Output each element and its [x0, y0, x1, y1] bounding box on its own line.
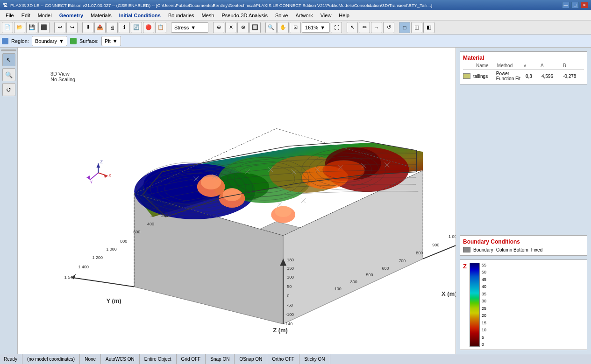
- stress-dropdown-icon: ▼: [191, 25, 196, 30]
- svg-text:Z: Z: [100, 160, 103, 164]
- bc-column: Column Bottom: [496, 247, 528, 252]
- tb-fullscreen[interactable]: ⛶: [331, 22, 342, 33]
- status-sticky-on: Sticky ON: [299, 354, 330, 364]
- tb-zoom-fit[interactable]: ⊡: [290, 22, 301, 33]
- svg-marker-96: [96, 163, 100, 168]
- header-v: v: [524, 63, 537, 68]
- tb-info[interactable]: ℹ: [119, 22, 130, 33]
- sidebar-select[interactable]: ↖: [2, 53, 15, 66]
- tb-rotate[interactable]: ↺: [383, 22, 394, 33]
- svg-point-30: [275, 206, 292, 217]
- tb-print[interactable]: 🖨: [107, 22, 118, 33]
- view-info: 3D View No Scaling: [50, 71, 75, 82]
- status-none: None: [80, 354, 101, 364]
- menu-pseudo3d[interactable]: Pseudo-3D Analysis: [218, 12, 271, 19]
- svg-text:800: 800: [416, 251, 423, 255]
- sidebar-rotate[interactable]: ↺: [2, 83, 15, 96]
- z-value-50: 50: [482, 270, 486, 274]
- menu-view[interactable]: View: [317, 12, 335, 19]
- tb-refresh[interactable]: 🔄: [131, 22, 142, 33]
- sidebar-zoom[interactable]: 🔍: [2, 68, 15, 81]
- maximize-button[interactable]: □: [571, 2, 579, 8]
- bc-fixed: Fixed: [531, 247, 542, 252]
- menubar: File Edit Model Geometry Materials Initi…: [0, 10, 591, 21]
- svg-text:700: 700: [399, 259, 406, 263]
- svg-text:-100: -100: [285, 312, 294, 317]
- z-legend: Z 55 50 45 40 35 30 25 20 15 10 5 0: [460, 259, 587, 350]
- tb-pan[interactable]: ✋: [278, 22, 289, 33]
- menu-boundaries[interactable]: Boundaries: [164, 12, 198, 19]
- z-value-25: 25: [482, 306, 486, 311]
- tb-view2[interactable]: ✕: [225, 22, 236, 33]
- menu-materials[interactable]: Materials: [87, 12, 115, 19]
- tb-arrow[interactable]: →: [371, 22, 382, 33]
- tb-view3[interactable]: ⊗: [237, 22, 249, 33]
- tb-view1[interactable]: ⊕: [213, 22, 224, 33]
- tb-open[interactable]: 📂: [14, 22, 25, 33]
- z-value-5: 5: [482, 335, 486, 340]
- tb-redo[interactable]: ↪: [66, 22, 78, 33]
- menu-help[interactable]: Help: [335, 12, 353, 19]
- svg-text:100: 100: [335, 287, 342, 291]
- tb-undo[interactable]: ↩: [54, 22, 65, 33]
- tb-import[interactable]: ⬇: [82, 22, 93, 33]
- menu-edit[interactable]: Edit: [18, 12, 34, 19]
- zoom-dropdown[interactable]: 161% ▼: [302, 22, 330, 33]
- surface-label: Surface:: [79, 38, 99, 44]
- tb-new[interactable]: 📄: [2, 22, 13, 33]
- menu-mesh[interactable]: Mesh: [198, 12, 218, 19]
- bc-color-indicator: [463, 247, 470, 252]
- material-color: [463, 73, 470, 79]
- svg-text:-50: -50: [287, 303, 293, 308]
- menu-geometry[interactable]: Geometry: [56, 12, 87, 19]
- tb-stop[interactable]: ⬛: [38, 22, 50, 33]
- minimize-button[interactable]: —: [562, 2, 570, 8]
- svg-text:X (m): X (m): [441, 290, 456, 297]
- region-dropdown[interactable]: Boundary ▼: [32, 36, 67, 46]
- titlebar: 🏗 PLAXIS 3D LE -- CONNECT Edition v21.07…: [0, 0, 591, 10]
- material-legend-title: Material: [463, 55, 584, 61]
- tb-zoom-region[interactable]: 🔍: [265, 22, 277, 33]
- tb-pencil[interactable]: ✏: [359, 22, 370, 33]
- tb-view-mode2[interactable]: ◫: [411, 22, 422, 33]
- z-value-10: 10: [482, 328, 486, 332]
- surface-dropdown[interactable]: Pit ▼: [101, 36, 121, 46]
- viewport[interactable]: 3D View No Scaling: [18, 48, 456, 354]
- svg-text:Y: Y: [90, 180, 93, 184]
- header-a: A: [541, 63, 559, 68]
- header-b: B: [563, 63, 584, 68]
- svg-text:500: 500: [366, 273, 373, 277]
- svg-line-91: [90, 173, 99, 180]
- svg-text:600: 600: [133, 230, 140, 234]
- z-value-20: 20: [482, 313, 486, 318]
- status-autowcs: AutoWCS ON: [101, 354, 140, 364]
- material-legend: Material Name Method v A B tailings Powe…: [460, 51, 587, 84]
- menu-solve[interactable]: Solve: [271, 12, 292, 19]
- z-labels: 55 50 45 40 35 30 25 20 15 10 5 0: [482, 263, 486, 347]
- menu-initial-conditions[interactable]: Initial Conditions: [115, 12, 164, 19]
- tb-stop2[interactable]: 🔴: [143, 22, 154, 33]
- svg-text:Y (m): Y (m): [106, 297, 121, 304]
- tb-save[interactable]: 💾: [26, 22, 37, 33]
- tb-view-mode1[interactable]: □: [399, 22, 410, 33]
- tb-export[interactable]: 📤: [94, 22, 106, 33]
- legend-headers: Name Method v A B: [463, 63, 584, 70]
- region-icon: [2, 38, 8, 44]
- tb-view-mode3[interactable]: ◧: [423, 22, 434, 33]
- view-type: 3D View: [50, 71, 75, 77]
- bc-row: Boundary Column Bottom Fixed: [463, 247, 584, 252]
- tb-cursor[interactable]: ↖: [347, 22, 358, 33]
- menu-file[interactable]: File: [2, 12, 18, 19]
- close-button[interactable]: ✕: [581, 2, 588, 8]
- menu-model[interactable]: Model: [34, 12, 56, 19]
- tb-view4[interactable]: 🔲: [249, 22, 261, 33]
- bc-title: Boundary Conditions: [463, 238, 584, 245]
- stress-dropdown[interactable]: Stress ▼: [171, 22, 208, 33]
- bc-boundary: Boundary: [473, 247, 493, 252]
- legend-row-tailings: tailings Power Function Fit 0,3 4,596 -0…: [463, 71, 584, 81]
- z-value-45: 45: [482, 277, 486, 282]
- z-value-40: 40: [482, 284, 486, 289]
- tb-copy[interactable]: 📋: [155, 22, 166, 33]
- menu-artwork[interactable]: Artwork: [292, 12, 316, 19]
- z-gradient: [470, 263, 480, 347]
